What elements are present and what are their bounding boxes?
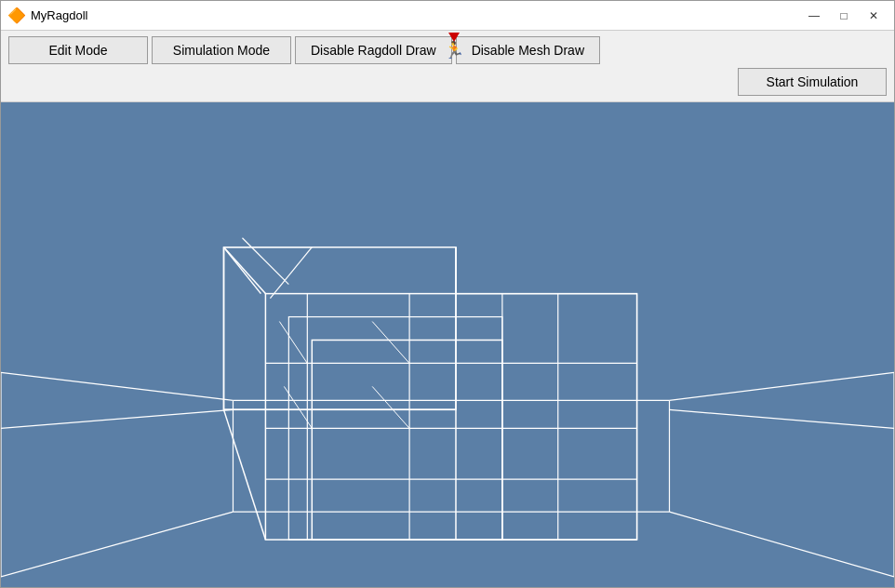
svg-rect-13 xyxy=(224,247,456,410)
svg-rect-25 xyxy=(312,341,502,541)
viewport[interactable] xyxy=(1,102,894,587)
svg-line-34 xyxy=(372,386,409,428)
edit-mode-button[interactable]: Edit Mode xyxy=(8,36,148,64)
svg-line-9 xyxy=(670,512,894,577)
svg-line-4 xyxy=(1,512,233,577)
title-bar: 🔶 MyRagdoll — □ ✕ xyxy=(1,1,894,31)
svg-line-30 xyxy=(242,238,288,285)
start-simulation-button[interactable]: Start Simulation xyxy=(738,68,887,96)
svg-line-27 xyxy=(224,247,261,294)
main-window: 🔶 MyRagdoll — □ ✕ 🏃 Edit Mode Simulation… xyxy=(0,0,895,588)
svg-line-32 xyxy=(372,322,409,364)
svg-line-1 xyxy=(1,409,233,428)
svg-line-5 xyxy=(670,372,894,400)
cursor-indicator: 🏃 xyxy=(444,33,464,59)
maximize-button[interactable]: □ xyxy=(831,6,857,26)
window-controls: — □ ✕ xyxy=(801,6,887,26)
toolbar-row2: Start Simulation xyxy=(8,68,887,96)
svg-line-6 xyxy=(670,409,894,428)
svg-line-31 xyxy=(279,322,307,364)
cursor-figure-icon: 🏃 xyxy=(444,42,464,59)
disable-mesh-draw-button[interactable]: Disable Mesh Draw xyxy=(456,36,600,64)
window-title: MyRagdoll xyxy=(31,8,87,22)
svg-rect-12 xyxy=(265,294,636,540)
simulation-mode-button[interactable]: Simulation Mode xyxy=(152,36,291,64)
svg-line-16 xyxy=(224,409,266,540)
3d-scene xyxy=(1,102,894,587)
svg-line-0 xyxy=(1,372,233,400)
disable-ragdoll-draw-button[interactable]: Disable Ragdoll Draw xyxy=(295,36,452,64)
minimize-button[interactable]: — xyxy=(801,6,827,26)
close-button[interactable]: ✕ xyxy=(861,6,887,26)
title-bar-left: 🔶 MyRagdoll xyxy=(8,7,87,24)
app-icon: 🔶 xyxy=(8,7,25,24)
toolbar: 🏃 Edit Mode Simulation Mode Disable Ragd… xyxy=(1,31,894,102)
